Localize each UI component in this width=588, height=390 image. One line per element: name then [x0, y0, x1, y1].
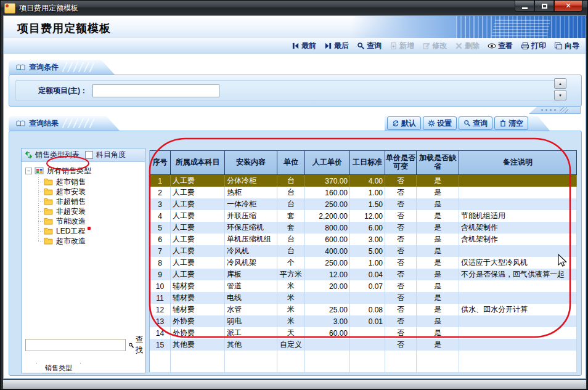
search-button[interactable]: 查询	[459, 116, 492, 130]
tree-item[interactable]: 非超销售	[33, 197, 145, 206]
main-toolbar: 最前 最后 查询 新增 修改 删除	[4, 38, 586, 54]
first-button[interactable]: 最前	[292, 41, 316, 51]
minimize-button[interactable]	[515, 1, 534, 12]
col-unit[interactable]: 单位	[277, 150, 305, 175]
tab-decoration	[62, 62, 94, 72]
tab-query-results-label: 查询结果	[29, 118, 59, 129]
table-row[interactable]: 13 外协费 弱电 米 3.00 0.01 否 是	[150, 315, 577, 327]
folder-icon	[44, 227, 53, 235]
table-row[interactable]: 11 辅材费 电线 米 否 是	[150, 292, 577, 304]
default-button[interactable]: 默认	[387, 116, 421, 130]
page-header: 项目费用定额模板	[4, 16, 586, 38]
title-bar: 项目费用定额模板 ✕	[1, 1, 587, 15]
tree-item[interactable]: 非超安装	[33, 206, 145, 216]
table-row[interactable]: 1 人工费 分体冷柜 台 370.00 4.00 否 是	[150, 175, 577, 187]
modify-button: 修改	[422, 41, 447, 51]
col-days[interactable]: 工日标准	[350, 150, 385, 175]
up-arrow-icon: ▲	[558, 82, 562, 86]
tree-search-input[interactable]	[25, 339, 126, 351]
folder-icon	[44, 217, 53, 225]
splitter-handle[interactable]	[529, 106, 581, 114]
col-default[interactable]: 加载是否缺省	[417, 150, 459, 175]
header-banner-image	[351, 16, 586, 38]
maximize-icon	[542, 4, 547, 9]
wizard-button[interactable]: 向导	[554, 41, 579, 51]
tab-sales-type[interactable]: 销售类型	[36, 363, 81, 373]
quota-project-input[interactable]	[92, 84, 219, 97]
tree-header: 销售类型列表 科目角度	[22, 148, 145, 162]
tab-query-results[interactable]: 查询结果	[9, 116, 120, 131]
spinner-down-button[interactable]: ▼	[554, 90, 566, 100]
tree-item[interactable]: 超市销售	[33, 177, 145, 187]
table-header-row: 序号 所属成本科目 安装内容 单位 人工单价 工日标准 单价是否可变 加载是否缺…	[150, 150, 577, 175]
view-button[interactable]: 查看	[488, 41, 513, 51]
spinner-up-button[interactable]: ▲	[554, 78, 566, 89]
edit-icon	[422, 42, 430, 50]
tree-item[interactable]: 节能改造	[33, 216, 145, 226]
subject-angle-label: 科目角度	[96, 150, 126, 160]
table-row[interactable]: 15 其他费 其他 自定义 否 是	[150, 339, 577, 351]
eye-icon	[488, 42, 496, 50]
table-row[interactable]: 5 人工费 环保压缩机 套 800.00 6.00 否 是 含机架制作	[150, 222, 577, 234]
close-icon: ✕	[565, 2, 571, 9]
app-window: 项目费用定额模板 ✕ 项目费用定额模板 最前 最后 查询	[0, 0, 588, 390]
last-button[interactable]: 最后	[324, 41, 349, 51]
table-empty-area	[150, 351, 577, 372]
page-title: 项目费用定额模板	[17, 21, 111, 36]
col-variable[interactable]: 单价是否可变	[385, 150, 417, 175]
collapse-icon[interactable]: −	[25, 168, 32, 174]
tree-search-row: 查找	[25, 335, 147, 355]
table-row[interactable]: 4 人工费 并联压缩 套 2,200.00 12.00 否 是 节能机组适用	[150, 210, 577, 222]
wizard-icon	[554, 42, 563, 50]
clear-button[interactable]: 清空	[494, 116, 528, 130]
gear-icon	[428, 120, 435, 127]
query-button[interactable]: 查询	[357, 41, 382, 51]
tree-item[interactable]: 超市安装	[33, 187, 145, 197]
col-category[interactable]: 所属成本科目	[171, 150, 225, 175]
sales-type-panel: 销售类型列表 科目角度 − 所有销售类型 超市销售	[21, 148, 145, 373]
table-row[interactable]: 8 人工费 冷风机架 个 250.00 1.00 否 是 仅适应于大型冷风机	[150, 257, 577, 269]
app-icon	[4, 3, 15, 14]
folder-icon	[44, 198, 53, 205]
table-row[interactable]: 7 人工费 冷风机 台 400.00 5.00 否 是	[150, 245, 577, 257]
table-row[interactable]: 6 人工费 单机压缩机组 台 600.00 3.00 否 是 含机架制作	[150, 234, 577, 245]
tree-root-node[interactable]: − 所有销售类型	[25, 166, 145, 176]
table-row[interactable]: 10 辅材费 管道 米 20.00 0.07 否 是	[150, 280, 577, 292]
col-content[interactable]: 安装内容	[225, 150, 277, 175]
table-rows: 1 人工费 分体冷柜 台 370.00 4.00 否 是 2 人工费 热	[150, 175, 577, 351]
annotation-red-dot	[88, 227, 91, 230]
results-button-band: 默认 设置 查询 清空	[385, 116, 550, 131]
subject-angle-checkbox[interactable]	[85, 151, 93, 159]
root-node-icon	[35, 167, 44, 175]
resize-grip-icon	[560, 107, 568, 113]
down-arrow-icon: ▼	[558, 94, 562, 97]
folder-icon	[44, 208, 53, 215]
settings-button[interactable]: 设置	[423, 116, 457, 130]
tab-query-condition[interactable]: 查询条件	[9, 60, 115, 75]
quota-project-label: 定额项目(主)：	[38, 86, 88, 96]
window-title: 项目费用定额模板	[19, 3, 78, 14]
col-no[interactable]: 序号	[150, 150, 171, 175]
new-document-icon	[390, 42, 398, 50]
table-row[interactable]: 14 外协费 派工 天 60.00 否 是	[150, 327, 577, 339]
close-button[interactable]: ✕	[554, 1, 582, 12]
tree-children: 超市销售 超市安装 非超销售	[33, 177, 145, 246]
delete-button: 删除	[455, 41, 480, 51]
find-button[interactable]: 查找	[128, 335, 147, 355]
table-row[interactable]: 12 辅材费 水管 米 25.00 0.08 否 是 供水、回水分开计算	[150, 304, 577, 315]
col-note[interactable]: 备注说明	[459, 150, 577, 175]
tree-item[interactable]: 超市改造	[33, 236, 145, 246]
sales-type-tree: − 所有销售类型 超市销售 超市安装	[22, 162, 145, 246]
print-button[interactable]: 打印	[521, 41, 546, 51]
maximize-button[interactable]	[534, 1, 554, 12]
col-price[interactable]: 人工单价	[305, 150, 350, 175]
tab-decoration	[62, 118, 94, 128]
printer-icon	[521, 42, 529, 50]
book-icon	[16, 120, 25, 128]
minimize-icon	[522, 7, 528, 9]
table-row[interactable]: 3 人工费 一体冷柜 台 250.00 1.50 否 是	[150, 198, 577, 210]
table-row[interactable]: 9 人工费 库板 平方米 12.00 0.04 否 是 不分是否保温，回气供液算…	[150, 269, 577, 280]
table-row[interactable]: 2 人工费 热柜 台 160.00 1.00 否 是	[150, 187, 577, 198]
window-status-bar	[3, 380, 586, 389]
refresh-green-icon	[25, 151, 32, 159]
